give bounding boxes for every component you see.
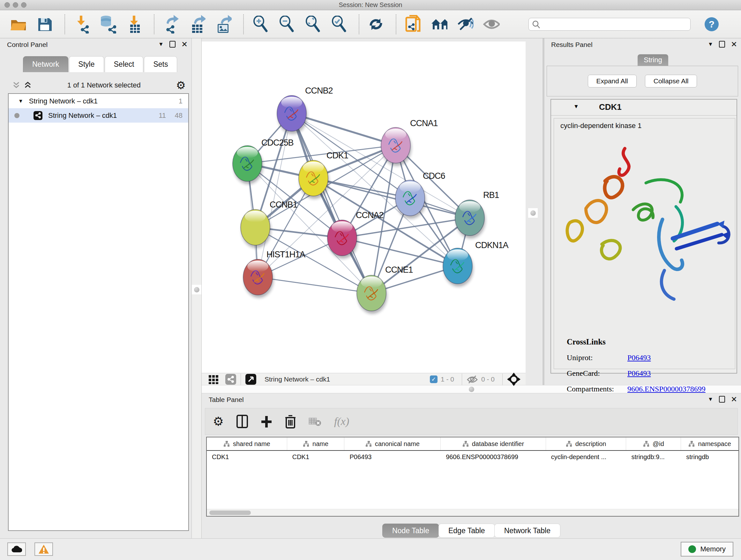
cell-description[interactable]: cyclin-dependent ... <box>546 451 626 463</box>
zoom-fit-icon[interactable] <box>305 15 321 33</box>
delete-column-icon[interactable] <box>285 415 296 428</box>
cell-id[interactable]: stringdb:9... <box>626 451 681 463</box>
node-label-cdc6: CDC6 <box>423 171 445 181</box>
cell-database-identifier[interactable]: 9606.ENSP00000378699 <box>441 451 546 463</box>
table-row[interactable]: CDK1 CDK1 P06493 9606.ENSP00000378699 cy… <box>207 451 738 463</box>
expand-all-button[interactable]: Expand All <box>588 75 636 87</box>
table-horizontal-scrollbar[interactable] <box>207 509 738 516</box>
column-header[interactable]: description <box>546 437 626 450</box>
tab-sets[interactable]: Sets <box>144 56 177 72</box>
crosslink-link[interactable]: P06493 <box>627 354 651 362</box>
export-table-icon[interactable] <box>189 15 205 33</box>
houses-icon[interactable] <box>431 15 448 33</box>
tab-style[interactable]: Style <box>69 56 104 72</box>
panel-float-icon[interactable] <box>719 41 725 48</box>
open-session-icon[interactable] <box>10 15 27 33</box>
tab-network[interactable]: Network <box>23 56 68 72</box>
panel-close-icon[interactable]: ✕ <box>731 41 737 48</box>
network-canvas[interactable]: CCNB2CCNA1CDC25BCDK1CDC6RB1CCNB1CCNA2CDK… <box>202 42 526 373</box>
refresh-layout-icon[interactable] <box>367 15 384 33</box>
network-overview-icon[interactable] <box>225 374 236 385</box>
column-header[interactable]: canonical name <box>344 437 441 450</box>
column-header[interactable]: name <box>287 437 345 450</box>
save-session-icon[interactable] <box>37 15 53 33</box>
import-network-file-icon[interactable] <box>73 15 90 33</box>
network-edge[interactable] <box>292 113 372 293</box>
network-edge[interactable] <box>292 113 396 145</box>
network-node-rb1[interactable]: RB1 <box>455 190 499 239</box>
zoom-in-icon[interactable] <box>252 15 269 33</box>
protein-expander-icon[interactable]: ▼ <box>574 104 579 110</box>
crosshair-icon[interactable] <box>507 373 521 386</box>
splitter-grip[interactable] <box>530 210 536 216</box>
scrollbar-thumb[interactable] <box>209 510 251 515</box>
left-splitter[interactable] <box>192 38 202 538</box>
network-edge[interactable] <box>313 178 470 218</box>
network-row[interactable]: String Network – cdk1 11 48 <box>9 108 188 123</box>
network-node-ccnb2[interactable]: CCNB2 <box>277 86 333 134</box>
hidden-eye-slash-icon[interactable] <box>467 375 478 384</box>
panel-close-icon[interactable]: ✕ <box>181 41 188 48</box>
zoom-out-icon[interactable] <box>278 15 295 33</box>
network-collection-row[interactable]: ▼ String Network – cdk1 1 <box>9 94 188 108</box>
column-header[interactable]: @id <box>626 437 681 450</box>
panel-menu-icon[interactable]: ▼ <box>708 396 713 402</box>
collapse-all-networks-icon[interactable] <box>23 81 32 89</box>
memory-button[interactable]: Memory <box>681 542 733 557</box>
expand-all-networks-icon[interactable] <box>12 81 20 89</box>
column-header[interactable]: database identifier <box>441 437 546 450</box>
panel-menu-icon[interactable]: ▼ <box>708 41 713 48</box>
right-splitter[interactable] <box>526 38 544 385</box>
add-column-icon[interactable] <box>261 415 272 428</box>
tab-network-table[interactable]: Network Table <box>494 523 560 538</box>
column-label: namespace <box>698 440 731 448</box>
import-network-database-icon[interactable] <box>99 15 116 33</box>
column-header[interactable]: namespace <box>681 437 738 450</box>
crosslink-link[interactable]: P06493 <box>627 369 651 378</box>
table-options-gear-icon[interactable]: ⚙ <box>213 415 224 428</box>
panel-float-icon[interactable] <box>719 396 725 402</box>
toolbar-separator <box>359 14 359 34</box>
search-input[interactable] <box>529 18 690 30</box>
birdseye-grid-icon[interactable] <box>208 374 221 384</box>
network-node-cdkn1a[interactable]: CDKN1A <box>443 240 509 287</box>
panel-menu-icon[interactable]: ▼ <box>158 41 164 48</box>
collection-expander-icon[interactable]: ▼ <box>18 98 23 104</box>
warnings-button[interactable] <box>35 543 53 556</box>
memory-label: Memory <box>700 545 726 553</box>
network-node-hist1h1a[interactable]: HIST1H1A <box>243 250 306 298</box>
export-network-icon[interactable] <box>163 15 179 33</box>
splitter-grip[interactable] <box>469 387 474 392</box>
cell-shared-name[interactable]: CDK1 <box>207 451 287 463</box>
panel-close-icon[interactable]: ✕ <box>731 396 737 402</box>
network-options-gear-icon[interactable]: ⚙ <box>176 79 186 91</box>
crosslink-link[interactable]: 9606.ENSP00000378699 <box>627 385 705 393</box>
cell-name[interactable]: CDK1 <box>287 451 345 463</box>
cell-canonical-name[interactable]: P06493 <box>345 451 441 463</box>
new-network-from-selection-icon[interactable] <box>405 15 421 33</box>
detach-view-icon[interactable] <box>246 374 256 385</box>
import-table-icon[interactable] <box>126 15 142 33</box>
network-node-ccna2[interactable]: CCNA2 <box>327 210 384 259</box>
tab-string[interactable]: String <box>637 54 668 66</box>
help-button[interactable]: ? <box>704 17 719 31</box>
network-view-toolbar: String Network – cdk1 ✓ 1 - 0 0 - 0 <box>202 373 526 385</box>
export-image-icon[interactable] <box>215 15 232 33</box>
protein-card-header[interactable]: ▼ CDK1 <box>551 100 737 116</box>
column-header[interactable]: shared name <box>207 437 287 450</box>
tab-select[interactable]: Select <box>105 56 144 72</box>
selected-nodes-checkbox-icon[interactable]: ✓ <box>430 375 437 383</box>
cell-namespace[interactable]: stringdb <box>681 451 738 463</box>
network-edge[interactable] <box>258 277 372 293</box>
cloud-button[interactable] <box>7 543 26 556</box>
show-columns-icon[interactable] <box>237 415 248 428</box>
zoom-selected-icon[interactable] <box>331 15 347 33</box>
tab-node-table[interactable]: Node Table <box>382 523 439 538</box>
collapse-all-button[interactable]: Collapse All <box>645 75 697 87</box>
panel-float-icon[interactable] <box>170 41 176 48</box>
splitter-grip[interactable] <box>194 287 199 293</box>
tab-edge-table[interactable]: Edge Table <box>439 523 495 538</box>
hide-selected-eye-icon[interactable] <box>457 15 474 33</box>
network-node-ccnb1[interactable]: CCNB1 <box>241 200 297 248</box>
network-node-ccne1[interactable]: CCNE1 <box>357 265 413 314</box>
